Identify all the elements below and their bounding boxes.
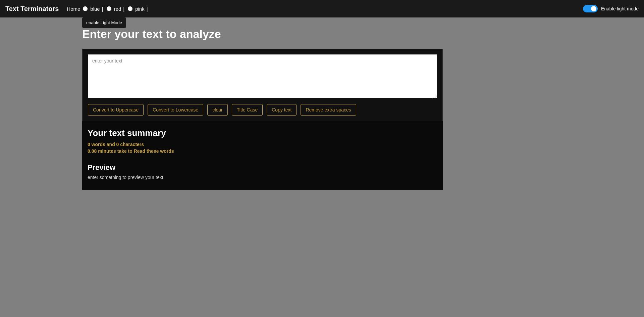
preview-title: Preview xyxy=(88,163,437,172)
summary-container: Your text summary 0 words and 0 characte… xyxy=(82,121,443,190)
copy-text-button[interactable]: Copy text xyxy=(267,104,297,116)
nav-sep-2: | xyxy=(123,6,124,12)
clear-button[interactable]: clear xyxy=(207,104,227,116)
nav-dot-red xyxy=(107,6,111,11)
nav-red-label: red xyxy=(114,6,121,12)
summary-title: Your text summary xyxy=(88,128,437,138)
nav-home-link[interactable]: Home xyxy=(67,6,80,12)
nav-dot-blue xyxy=(83,6,88,11)
nav-sep-3: | xyxy=(147,6,148,12)
word-char-count: 0 words and 0 characters xyxy=(88,142,437,147)
light-mode-toggle[interactable] xyxy=(583,5,598,12)
editor-container: Convert to Uppercase Convert to Lowercas… xyxy=(82,49,443,121)
nav-dot-pink xyxy=(128,6,132,11)
remove-spaces-button[interactable]: Remove extra spaces xyxy=(301,104,356,116)
page-title: Enter your text to analyze xyxy=(82,28,644,41)
tooltip: enable Light Mode xyxy=(82,17,126,28)
toggle-label: Enable light mode xyxy=(601,6,639,11)
uppercase-button[interactable]: Convert to Uppercase xyxy=(88,104,144,116)
lowercase-button[interactable]: Convert to Lowercase xyxy=(148,104,203,116)
nav-pink-label: pink xyxy=(135,6,145,12)
nav-sep-1: | xyxy=(102,6,103,12)
button-row: Convert to Uppercase Convert to Lowercas… xyxy=(88,104,437,116)
navbar-right: Enable light mode xyxy=(583,5,639,12)
text-input[interactable] xyxy=(88,54,437,98)
toggle-slider xyxy=(583,5,598,12)
navbar-links: Home blue | red | pink | xyxy=(67,6,148,12)
navbar-brand: Text Terminators xyxy=(5,5,59,13)
title-case-button[interactable]: Title Case xyxy=(232,104,263,116)
main-content: Enter your text to analyze Convert to Up… xyxy=(0,17,644,190)
read-time: 0.08 minutes take to Read these words xyxy=(88,148,437,154)
tooltip-text: enable Light Mode xyxy=(86,20,122,25)
nav-blue-label: blue xyxy=(90,6,100,12)
navbar: Text Terminators Home blue | red | pink … xyxy=(0,0,644,17)
preview-placeholder: enter something to preview your text xyxy=(88,175,437,180)
